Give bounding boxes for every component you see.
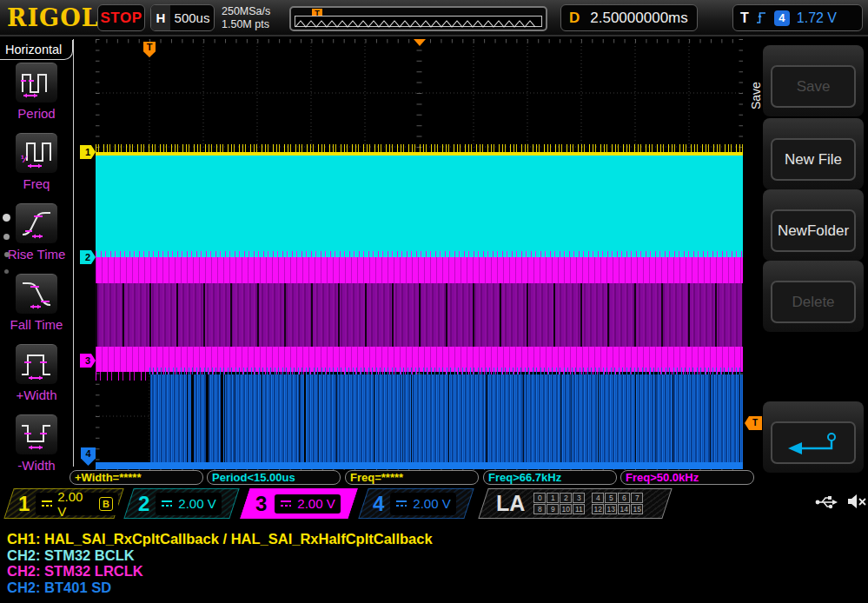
ch2-dc-coupling-icon xyxy=(161,500,173,508)
back-button-card xyxy=(763,401,864,473)
freq-icon: ¹∕ xyxy=(20,139,53,169)
ch4-position-marker[interactable]: 4 xyxy=(81,447,96,466)
memory-waveform-strip xyxy=(295,16,542,27)
back-button[interactable] xyxy=(771,421,856,464)
waveform-ch4-noise xyxy=(149,368,743,374)
channel-2-status[interactable]: 2 2.00 V xyxy=(123,488,239,519)
menu-item-neg-width[interactable] xyxy=(16,414,57,454)
la-digital-channels: 01 23 45 67 89 1011 1213 1415 xyxy=(533,493,644,514)
waveform-ch3-transition-band xyxy=(96,283,743,347)
menu-scroll-dots xyxy=(3,202,10,286)
measurement-freq-2[interactable]: Freq>66.7kHz xyxy=(483,470,617,485)
delay-label: D xyxy=(569,10,580,27)
rigol-logo: RIGOL xyxy=(7,4,99,31)
waveform-ch4-sd-data xyxy=(149,374,743,463)
ch3-dc-coupling-icon xyxy=(280,500,292,508)
system-tray xyxy=(815,494,867,509)
trigger-label: T xyxy=(740,10,749,26)
waveform-ch4-baseline xyxy=(96,462,743,469)
memory-position-bar[interactable]: T xyxy=(289,6,547,31)
delay-value: 2.50000000ms xyxy=(590,10,687,27)
sample-rate: 250MSa/s xyxy=(222,5,270,18)
measurement-freq-1[interactable]: Freq=***** xyxy=(345,470,479,485)
la-label: LA xyxy=(496,491,525,516)
rise-time-icon xyxy=(20,209,53,239)
ch4-scale: 2.00 V xyxy=(413,496,450,511)
ch2-scale: 2.00 V xyxy=(178,496,215,511)
new-file-button[interactable]: New File xyxy=(771,138,856,181)
ch1-number: 1 xyxy=(18,492,30,516)
channel-4-status[interactable]: 4 2.00 V xyxy=(358,488,474,519)
horizontal-timebase-box[interactable]: H 500us xyxy=(150,4,215,31)
annotation-ch2-sd: CH2: BT401 SD xyxy=(7,580,111,596)
save-button-card: Save xyxy=(763,45,864,116)
channel-1-status[interactable]: 1 2.00 V B xyxy=(3,488,123,519)
channel-3-status-selected[interactable]: 3 2.00 V xyxy=(240,488,357,519)
timebase-value: 500us xyxy=(170,10,214,25)
measurement-freq-3[interactable]: Freq>50.0kHz xyxy=(620,470,754,485)
ch1-position-marker[interactable]: 1 xyxy=(80,145,96,159)
horizontal-measure-menu: Horizontal Period ¹∕ Freq Rise Time xyxy=(0,36,76,487)
ch3-scale: 2.00 V xyxy=(297,496,335,511)
period-icon xyxy=(20,69,53,98)
memory-depth: 1.50M pts xyxy=(222,18,270,31)
trigger-level-marker[interactable]: T xyxy=(745,416,762,430)
waveform-ch3-high-band xyxy=(96,257,743,283)
save-button[interactable]: Save xyxy=(771,65,856,108)
menu-label-period: Period xyxy=(0,106,73,121)
usb-icon xyxy=(815,494,838,509)
fall-time-icon xyxy=(20,280,53,309)
menu-item-rise-time[interactable] xyxy=(16,203,57,243)
save-menu-panel: Save Save New File NewFolder Delete xyxy=(749,36,868,488)
acquisition-info: 250MSa/s 1.50M pts xyxy=(222,5,270,30)
menu-title: Horizontal xyxy=(0,40,73,60)
annotation-ch2-bclk: CH2: STM32 BCLK xyxy=(7,547,135,564)
ch2-number: 2 xyxy=(138,492,149,516)
trigger-source-badge: 4 xyxy=(774,10,790,26)
menu-label-rise-time: Rise Time xyxy=(0,247,73,262)
run-stop-indicator[interactable]: STOP xyxy=(97,4,145,31)
pos-width-icon xyxy=(20,350,53,380)
menu-divider xyxy=(73,39,74,467)
delete-button-card: Delete xyxy=(763,261,864,332)
waveform-display-area: T xyxy=(96,39,743,470)
ch1-bw-limit-badge: B xyxy=(99,497,113,511)
return-arrow-icon xyxy=(781,431,845,455)
menu-label-fall-time: Fall Time xyxy=(0,317,73,332)
waveform-ch2-bclk xyxy=(96,156,743,257)
delete-button[interactable]: Delete xyxy=(771,281,856,323)
ch1-scale: 2.00 V xyxy=(57,489,92,519)
run-state-label: STOP xyxy=(101,10,142,27)
ch4-dc-coupling-icon xyxy=(395,500,407,508)
memory-waveform-zigzag xyxy=(295,19,545,29)
menu-item-period[interactable] xyxy=(16,63,57,103)
horizontal-center-marker xyxy=(414,39,426,46)
menu-item-freq[interactable]: ¹∕ xyxy=(16,133,57,173)
trigger-level-value: 1.72 V xyxy=(797,10,837,26)
menu-label-freq: Freq xyxy=(0,176,73,191)
new-file-button-card: New File xyxy=(763,118,864,189)
h-label: H xyxy=(151,5,170,30)
ch2-position-marker[interactable]: 2 xyxy=(80,250,96,264)
new-folder-button-card: NewFolder xyxy=(763,189,864,261)
annotation-ch1: CH1: HAL_SAI_RxCpltCallback / HAL_SAI_Rx… xyxy=(7,531,433,547)
logic-analyzer-status[interactable]: LA 01 23 45 67 89 1011 1213 1415 xyxy=(478,488,672,519)
neg-width-icon xyxy=(20,421,53,450)
menu-label-pos-width: +Width xyxy=(0,388,73,402)
measurement-period[interactable]: Period<15.00us xyxy=(207,470,341,485)
trigger-readout-box[interactable]: T 4 1.72 V xyxy=(732,4,863,31)
waveform-ch1-trace xyxy=(96,152,743,156)
menu-label-neg-width: -Width xyxy=(0,458,73,473)
ch1-dc-coupling-icon xyxy=(41,500,52,508)
delay-readout-box[interactable]: D 2.50000000ms xyxy=(560,4,698,31)
rising-edge-icon xyxy=(756,10,767,25)
menu-item-pos-width[interactable] xyxy=(16,344,57,384)
annotation-ch2-lrclk: CH2: STM32 LRCLK xyxy=(7,563,143,580)
top-status-bar: RIGOL STOP H 500us 250MSa/s 1.50M pts T … xyxy=(0,0,868,36)
ch3-position-marker[interactable]: 3 xyxy=(80,354,96,368)
menu-item-fall-time[interactable] xyxy=(16,274,57,314)
measurement-pos-width[interactable]: +Width=***** xyxy=(70,470,203,485)
waveform-ch3-spikes-top xyxy=(96,251,743,257)
ch3-number: 3 xyxy=(255,492,267,516)
new-folder-button[interactable]: NewFolder xyxy=(771,209,856,252)
